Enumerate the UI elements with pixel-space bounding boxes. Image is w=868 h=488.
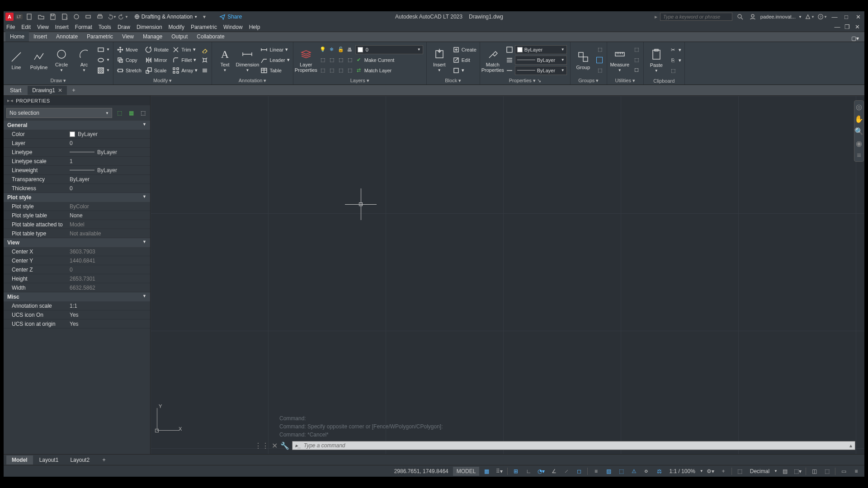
offset-button[interactable] — [200, 66, 210, 75]
isoplane-icon[interactable]: ◔▾ — [536, 466, 547, 476]
menu-parametric[interactable]: Parametric — [191, 24, 217, 30]
annoscale-lock-icon[interactable]: ⭘ — [641, 466, 652, 476]
doc-close-button[interactable]: ✕ — [853, 23, 862, 31]
menu-file[interactable]: File — [6, 24, 15, 30]
leader-button[interactable]: Leader ▾ — [259, 55, 291, 65]
ungroup-button[interactable]: ⬚ — [595, 45, 605, 55]
panel-groups-title[interactable]: Groups ▾ — [572, 77, 605, 84]
hatch-button[interactable]: ▼ — [96, 66, 111, 75]
polyline-button[interactable]: Polyline — [28, 44, 50, 76]
group-edit-button[interactable] — [595, 55, 605, 65]
mirror-button[interactable]: Mirror — [144, 55, 170, 65]
property-row[interactable]: Center Z0 — [4, 265, 150, 274]
property-row[interactable]: LineweightByLayer — [4, 166, 150, 175]
ortho-toggle-icon[interactable]: ⊞ — [510, 466, 521, 476]
scale-button[interactable]: Scale — [144, 66, 170, 75]
lineweight-dropdown[interactable]: ByLayer▼ — [515, 56, 567, 65]
make-current-button[interactable]: ⬚⬚⬚⬚ ✔Make Current — [318, 55, 425, 65]
clip3-button[interactable]: ⬚ — [668, 66, 683, 75]
osnap-icon[interactable]: ⟋ — [561, 466, 572, 476]
search-expand-icon[interactable]: ▸ — [655, 14, 657, 20]
util3-button[interactable]: ☐ — [632, 66, 642, 75]
nav-wheel-icon[interactable]: ◎ — [856, 103, 862, 111]
match-properties-button[interactable]: Match Properties — [482, 44, 504, 76]
menu-draw[interactable]: Draw — [118, 24, 130, 30]
plot-icon[interactable] — [83, 12, 93, 22]
close-button[interactable]: ✕ — [854, 13, 863, 20]
group-bbox-button[interactable]: ⬚ — [595, 66, 605, 75]
tab-view[interactable]: View — [118, 32, 138, 42]
search-input[interactable] — [660, 13, 732, 21]
arc-button[interactable]: Arc▼ — [73, 44, 95, 76]
layout-tab-layout2[interactable]: Layout2 — [65, 455, 95, 465]
workspace-dropdown[interactable]: Drafting & Annotation ▼ — [134, 14, 198, 20]
color-dropdown[interactable]: ByLayer▼ — [515, 45, 567, 54]
doc-restore-button[interactable]: ❐ — [843, 23, 852, 31]
palette-category[interactable]: View▼ — [4, 238, 150, 247]
add-tab-button[interactable]: ＋ — [69, 86, 79, 94]
menu-help[interactable]: Help — [249, 24, 260, 30]
explode-button[interactable] — [200, 55, 210, 65]
property-row[interactable]: Thickness0 — [4, 184, 150, 193]
cut-button[interactable]: ✂▾ — [668, 45, 683, 55]
tab-drawing1[interactable]: Drawing1✕ — [28, 86, 67, 95]
snap-toggle-icon[interactable]: ⠿▾ — [494, 466, 505, 476]
text-button[interactable]: AText▼ — [214, 44, 236, 76]
property-row[interactable]: Plot style tableNone — [4, 211, 150, 220]
workspace-switch-icon[interactable]: ⬚ — [735, 466, 745, 476]
panel-properties-title[interactable]: Properties ▾ ↘ — [482, 77, 568, 84]
insert-button[interactable]: Insert▼ — [429, 44, 450, 76]
coordinates-display[interactable]: 2986.7651, 1749.8464 — [392, 468, 451, 474]
otrack-icon[interactable]: ∠ — [548, 466, 559, 476]
hardware-accel-icon[interactable]: ⬚ — [821, 466, 832, 476]
grid-toggle-icon[interactable]: ▦ — [481, 466, 492, 476]
property-row[interactable]: UCS icon OnYes — [4, 310, 150, 319]
layout-tab-model[interactable]: Model — [6, 455, 33, 465]
palette-category[interactable]: General▼ — [4, 121, 150, 130]
panel-annotation-title[interactable]: Annotation ▾ — [214, 77, 291, 84]
menu-insert[interactable]: Insert — [55, 24, 69, 30]
match-layer-button[interactable]: ⬚⬚⬚⬚ ⇄Match Layer — [318, 66, 425, 75]
cmd-drag-handle-icon[interactable]: ⋮⋮ — [255, 441, 269, 450]
tab-collaborate[interactable]: Collaborate — [192, 32, 229, 42]
annoscale-add-icon[interactable]: ⚖ — [654, 466, 665, 476]
quick-select-icon[interactable]: ⬚ — [115, 108, 124, 117]
annotation-monitor-icon[interactable]: ⚠ — [628, 466, 639, 476]
nav-zoom-icon[interactable]: 🔍 — [854, 127, 863, 136]
util1-button[interactable]: ⬚ — [632, 45, 642, 55]
navigation-bar[interactable]: ◎ ✋ 🔍 ◉ ≡ — [854, 100, 864, 162]
scale-display[interactable]: 1:1 / 100% — [666, 468, 698, 474]
fillet-button[interactable]: Fillet ▾ — [171, 55, 199, 65]
lineweight-toggle-icon[interactable]: ≡ — [590, 466, 601, 476]
zoom-plus-icon[interactable]: ＋ — [718, 466, 729, 476]
erase-button[interactable] — [200, 45, 210, 55]
copy-button[interactable]: Copy — [115, 55, 143, 65]
measure-button[interactable]: Measure▼ — [609, 44, 631, 76]
layout-tab-add[interactable]: ＋ — [96, 455, 112, 465]
qat-more-icon[interactable]: ▾ — [199, 12, 209, 22]
share-button[interactable]: Share — [219, 14, 242, 20]
quick-props-icon[interactable]: ▤ — [779, 466, 790, 476]
new-icon[interactable] — [24, 12, 34, 22]
select-objects-icon[interactable]: ▦ — [127, 108, 136, 117]
group-button[interactable]: Group — [572, 44, 594, 76]
tab-output[interactable]: Output — [167, 32, 192, 42]
minimize-button[interactable]: — — [830, 13, 839, 20]
2dosnap-icon[interactable]: ◻ — [574, 466, 585, 476]
property-row[interactable]: Plot styleByColor — [4, 202, 150, 211]
copy-clip-button[interactable]: ⎘▾ — [668, 55, 683, 65]
customize-icon[interactable]: ≡ — [851, 466, 862, 476]
nav-orbit-icon[interactable]: ◉ — [856, 139, 862, 148]
stretch-button[interactable]: Stretch — [115, 66, 143, 75]
drawing-canvas[interactable]: Y X Command: Command: Specify opposite c… — [151, 96, 864, 454]
tab-home[interactable]: Home — [5, 32, 29, 42]
toggle-pickadd-icon[interactable]: ⬚ — [138, 108, 147, 117]
edit-block-button[interactable]: Edit — [451, 55, 478, 65]
panel-clipboard-title[interactable]: Clipboard — [646, 77, 683, 84]
property-row[interactable]: Annotation scale1:1 — [4, 301, 150, 310]
nav-pan-icon[interactable]: ✋ — [854, 115, 863, 123]
gear-icon[interactable]: ⚙▾ — [705, 466, 716, 476]
command-input[interactable]: ▸_ Type a command ▴ — [292, 441, 855, 450]
property-row[interactable]: Center Y1440.6841 — [4, 256, 150, 265]
model-button[interactable]: MODEL — [453, 467, 480, 476]
